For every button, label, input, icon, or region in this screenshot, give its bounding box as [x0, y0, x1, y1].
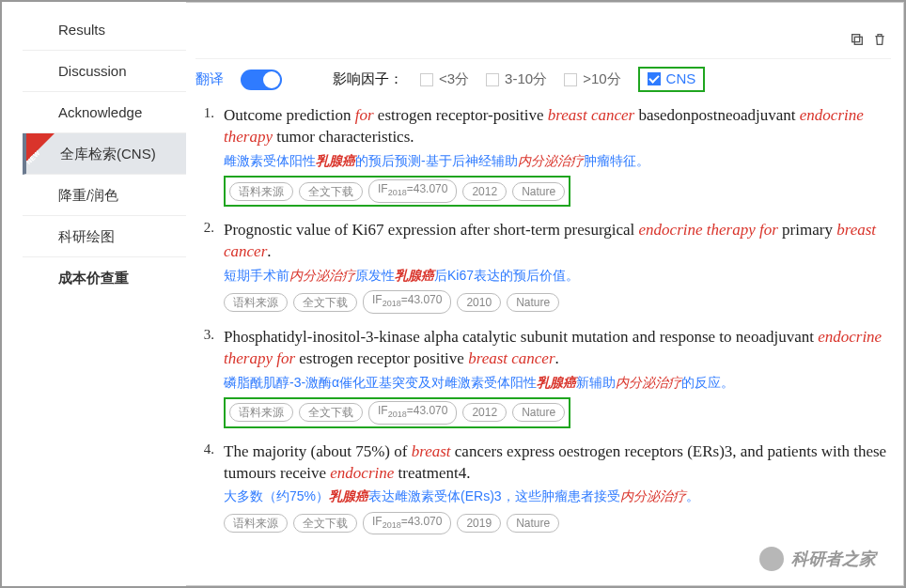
- new-ribbon: [26, 133, 55, 162]
- trash-icon[interactable]: [872, 32, 887, 47]
- checkbox-box: [486, 73, 499, 86]
- tag-source[interactable]: 语料来源: [224, 293, 288, 312]
- checkbox-box: [564, 73, 577, 86]
- filter-checkbox-0[interactable]: <3分: [420, 70, 469, 88]
- sidebar-item-0[interactable]: Results: [23, 9, 186, 51]
- sidebar-item-1[interactable]: Discussion: [23, 51, 186, 92]
- tag-year[interactable]: 2019: [457, 514, 501, 533]
- tag-journal[interactable]: Nature: [507, 293, 559, 312]
- tag-journal[interactable]: Nature: [512, 403, 565, 422]
- tag-year[interactable]: 2010: [457, 293, 501, 312]
- result-item: 1.Outcome prediction for estrogen recept…: [195, 105, 891, 207]
- result-title-en[interactable]: Prognostic value of Ki67 expression afte…: [224, 220, 891, 263]
- sidebar-item-3[interactable]: 全库检索(CNS): [23, 133, 186, 175]
- copy-icon[interactable]: [850, 32, 865, 47]
- tag-year[interactable]: 2012: [462, 403, 507, 422]
- results-list: 1.Outcome prediction for estrogen recept…: [195, 105, 891, 534]
- checkbox-label: <3分: [439, 70, 469, 88]
- tag-download[interactable]: 全文下载: [299, 182, 363, 201]
- svg-rect-0: [854, 37, 862, 44]
- result-item: 2.Prognostic value of Ki67 expression af…: [195, 220, 891, 314]
- tag-if[interactable]: IF2018=43.070: [368, 179, 457, 202]
- tag-source[interactable]: 语料来源: [229, 182, 293, 201]
- filter-checkbox-3[interactable]: CNS: [648, 70, 696, 86]
- impact-factor-label: 影响因子：: [333, 70, 403, 88]
- tag-year[interactable]: 2012: [462, 182, 507, 201]
- filter-checkbox-2[interactable]: >10分: [564, 70, 620, 88]
- tag-journal[interactable]: Nature: [512, 182, 565, 201]
- result-tags: 语料来源全文下载IF2018=43.0702019Nature: [224, 512, 891, 534]
- tag-download[interactable]: 全文下载: [299, 403, 363, 422]
- sidebar-item-2[interactable]: Acknowledge: [23, 92, 186, 133]
- sidebar: ResultsDiscussionAcknowledge全库检索(CNS)降重/…: [2, 2, 186, 586]
- tag-download[interactable]: 全文下载: [293, 514, 357, 533]
- tag-if[interactable]: IF2018=43.070: [368, 401, 457, 424]
- wechat-icon: [759, 547, 784, 571]
- translate-toggle[interactable]: [241, 70, 282, 90]
- translate-label: 翻译: [195, 70, 224, 88]
- result-title-cn: 短期手术前内分泌治疗原发性乳腺癌后Ki67表达的预后价值。: [224, 267, 891, 286]
- result-number: 3.: [195, 327, 214, 428]
- checkbox-label: 3-10分: [505, 70, 547, 88]
- tag-source[interactable]: 语料来源: [224, 514, 288, 533]
- tag-if[interactable]: IF2018=43.070: [363, 290, 451, 313]
- result-tags: 语料来源全文下载IF2018=43.0702012Nature: [224, 176, 570, 206]
- result-title-cn: 雌激素受体阳性乳腺癌的预后预测-基于后神经辅助内分泌治疗肿瘤特征。: [224, 152, 891, 171]
- checkbox-label: >10分: [583, 70, 620, 88]
- tag-if[interactable]: IF2018=43.070: [363, 512, 451, 534]
- filter-checkbox-1[interactable]: 3-10分: [486, 70, 547, 88]
- checkbox-label: CNS: [666, 70, 696, 86]
- result-title-cn: 磷脂酰肌醇-3-激酶α催化亚基突变及对雌激素受体阳性乳腺癌新辅助内分泌治疗的反应…: [224, 374, 891, 393]
- result-tags: 语料来源全文下载IF2018=43.0702010Nature: [224, 290, 891, 313]
- result-item: 4.The majority (about 75%) of breast can…: [195, 441, 891, 535]
- main-panel: 翻译 影响因子： <3分3-10分>10分CNS 1.Outcome predi…: [186, 2, 904, 586]
- highlight-box: CNS: [638, 67, 706, 92]
- toolbar: [195, 8, 891, 53]
- result-title-en[interactable]: Outcome prediction for estrogen receptor…: [224, 105, 891, 148]
- watermark: 科研者之家: [759, 547, 876, 571]
- sidebar-item-5[interactable]: 科研绘图: [23, 216, 186, 257]
- checkbox-box: [648, 72, 661, 85]
- result-number: 1.: [195, 105, 214, 207]
- filter-row: 翻译 影响因子： <3分3-10分>10分CNS: [195, 58, 891, 100]
- tag-source[interactable]: 语料来源: [229, 403, 293, 422]
- checkbox-box: [420, 73, 433, 86]
- result-item: 3.Phosphatidyl-inositol-3-kinase alpha c…: [195, 327, 891, 428]
- tag-download[interactable]: 全文下载: [293, 293, 357, 312]
- tag-journal[interactable]: Nature: [507, 514, 559, 533]
- result-number: 2.: [195, 220, 214, 314]
- sidebar-item-6[interactable]: 成本价查重: [23, 257, 186, 299]
- result-title-en[interactable]: The majority (about 75%) of breast cance…: [224, 441, 891, 485]
- result-title-cn: 大多数（约75%）乳腺癌表达雌激素受体(ERs)3，这些肿瘤患者接受内分泌治疗。: [224, 487, 891, 506]
- result-tags: 语料来源全文下载IF2018=43.0702012Nature: [224, 397, 570, 427]
- svg-rect-1: [852, 35, 860, 42]
- result-number: 4.: [195, 441, 214, 535]
- sidebar-item-4[interactable]: 降重/润色: [23, 175, 186, 216]
- result-title-en[interactable]: Phosphatidyl-inositol-3-kinase alpha cat…: [224, 327, 891, 370]
